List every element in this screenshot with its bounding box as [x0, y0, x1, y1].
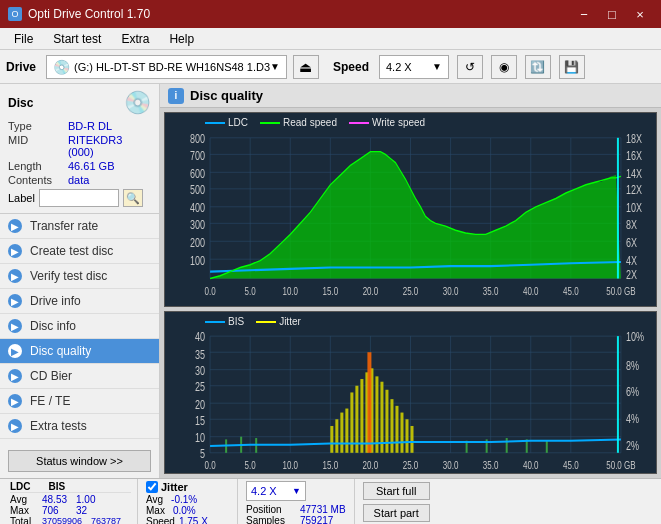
chart2-legend: BIS Jitter: [205, 316, 301, 327]
svg-text:25.0: 25.0: [403, 285, 419, 298]
start-part-button[interactable]: Start part: [363, 504, 430, 522]
stats-bar: LDC BIS Avg 48.53 1.00 Max 706 32 Total …: [0, 478, 661, 524]
svg-text:35: 35: [195, 348, 205, 362]
chart-speed-arrow: ▼: [292, 486, 301, 496]
save-button[interactable]: 💾: [559, 55, 585, 79]
disc-info-label: Disc info: [30, 319, 76, 333]
samples-label: Samples: [246, 515, 296, 524]
read-speed-label: Read speed: [283, 117, 337, 128]
disc-icon: 💿: [124, 90, 151, 116]
stats-ldc-bis: LDC BIS Avg 48.53 1.00 Max 706 32 Total …: [4, 479, 138, 524]
speed-label: Speed: [146, 516, 175, 524]
eject-button[interactable]: ⏏: [293, 55, 319, 79]
svg-text:45.0: 45.0: [563, 459, 579, 471]
svg-text:2%: 2%: [626, 439, 639, 453]
scan-button[interactable]: ◉: [491, 55, 517, 79]
jitter-avg-label: Avg: [146, 494, 163, 505]
bis-color: [205, 321, 225, 323]
disc-quality-header: i Disc quality: [160, 84, 661, 108]
svg-text:8%: 8%: [626, 358, 639, 372]
verify-test-icon: ▶: [8, 269, 22, 283]
read-speed-color: [260, 122, 280, 124]
disc-quality-title: Disc quality: [190, 88, 263, 103]
length-value: 46.61 GB: [68, 160, 114, 172]
svg-text:30.0: 30.0: [443, 459, 459, 471]
charts-container: LDC Read speed Write speed: [160, 108, 661, 478]
legend-write-speed: Write speed: [349, 117, 425, 128]
label-input[interactable]: [39, 189, 119, 207]
bis-header: BIS: [49, 481, 66, 492]
create-test-icon: ▶: [8, 244, 22, 258]
max-ldc: 706: [42, 505, 72, 516]
cd-bier-label: CD Bier: [30, 369, 72, 383]
main-layout: Disc 💿 Type BD-R DL MID RITEKDR3 (000) L…: [0, 84, 661, 478]
drive-selector[interactable]: 💿 (G:) HL-DT-ST BD-RE WH16NS48 1.D3 ▼: [46, 55, 287, 79]
position-label: Position: [246, 504, 296, 515]
svg-text:35.0: 35.0: [483, 459, 499, 471]
jitter-checkbox[interactable]: [146, 481, 158, 493]
ldc-header: LDC: [10, 481, 31, 492]
close-button[interactable]: ×: [627, 4, 653, 24]
disc-quality-panel-icon: i: [168, 88, 184, 104]
sidebar-item-fe-te[interactable]: ▶ FE / TE: [0, 389, 159, 414]
sidebar-item-drive-info[interactable]: ▶ Drive info: [0, 289, 159, 314]
jitter-color: [256, 321, 276, 323]
type-label: Type: [8, 120, 68, 132]
speed-selector[interactable]: 4.2 X ▼: [379, 55, 449, 79]
svg-text:12X: 12X: [626, 183, 642, 197]
write-speed-label: Write speed: [372, 117, 425, 128]
svg-text:400: 400: [190, 201, 205, 215]
ldc-color: [205, 122, 225, 124]
svg-text:50.0 GB: 50.0 GB: [606, 285, 635, 298]
refresh-button[interactable]: ↺: [457, 55, 483, 79]
samples-value: 759217: [300, 515, 333, 524]
svg-text:10: 10: [195, 431, 205, 445]
speed-label: Speed: [333, 60, 369, 74]
minimize-button[interactable]: −: [571, 4, 597, 24]
total-bis: 763787: [91, 516, 131, 524]
position-value: 47731 MB: [300, 504, 346, 515]
avg-ldc: 48.53: [42, 494, 72, 505]
menu-help[interactable]: Help: [161, 30, 202, 48]
sidebar-item-create-test-disc[interactable]: ▶ Create test disc: [0, 239, 159, 264]
start-full-button[interactable]: Start full: [363, 482, 430, 500]
legend-ldc: LDC: [205, 117, 248, 128]
sidebar-item-disc-info[interactable]: ▶ Disc info: [0, 314, 159, 339]
legend-jitter: Jitter: [256, 316, 301, 327]
svg-rect-83: [390, 399, 393, 453]
sidebar-item-extra-tests[interactable]: ▶ Extra tests: [0, 414, 159, 439]
menu-start-test[interactable]: Start test: [45, 30, 109, 48]
svg-text:0.0: 0.0: [205, 285, 216, 298]
maximize-button[interactable]: □: [599, 4, 625, 24]
svg-rect-74: [345, 409, 348, 453]
bis-label: BIS: [228, 316, 244, 327]
settings-button[interactable]: 🔃: [525, 55, 551, 79]
total-ldc: 37059906: [42, 516, 87, 524]
cd-bier-icon: ▶: [8, 369, 22, 383]
sidebar-item-verify-test-disc[interactable]: ▶ Verify test disc: [0, 264, 159, 289]
transfer-rate-icon: ▶: [8, 219, 22, 233]
svg-rect-96: [546, 441, 548, 453]
legend-bis: BIS: [205, 316, 244, 327]
sidebar-item-cd-bier[interactable]: ▶ CD Bier: [0, 364, 159, 389]
type-value: BD-R DL: [68, 120, 112, 132]
svg-rect-85: [400, 413, 403, 453]
sidebar: Disc 💿 Type BD-R DL MID RITEKDR3 (000) L…: [0, 84, 160, 478]
chart-speed-selector[interactable]: 4.2 X ▼: [246, 481, 306, 501]
speed-value: 1.75 X: [179, 516, 208, 524]
svg-text:40.0: 40.0: [523, 285, 539, 298]
sidebar-item-transfer-rate[interactable]: ▶ Transfer rate: [0, 214, 159, 239]
max-bis: 32: [76, 505, 106, 516]
svg-text:50.0 GB: 50.0 GB: [606, 459, 635, 471]
status-window-button[interactable]: Status window >>: [8, 450, 151, 472]
label-search-button[interactable]: 🔍: [123, 189, 143, 207]
svg-text:4X: 4X: [626, 253, 637, 267]
menu-extra[interactable]: Extra: [113, 30, 157, 48]
svg-text:45.0: 45.0: [563, 285, 579, 298]
svg-text:6%: 6%: [626, 385, 639, 399]
svg-rect-80: [375, 376, 378, 452]
speed-value: 4.2 X: [386, 61, 412, 73]
svg-text:600: 600: [190, 166, 205, 180]
menu-file[interactable]: File: [6, 30, 41, 48]
sidebar-item-disc-quality[interactable]: ▶ Disc quality: [0, 339, 159, 364]
